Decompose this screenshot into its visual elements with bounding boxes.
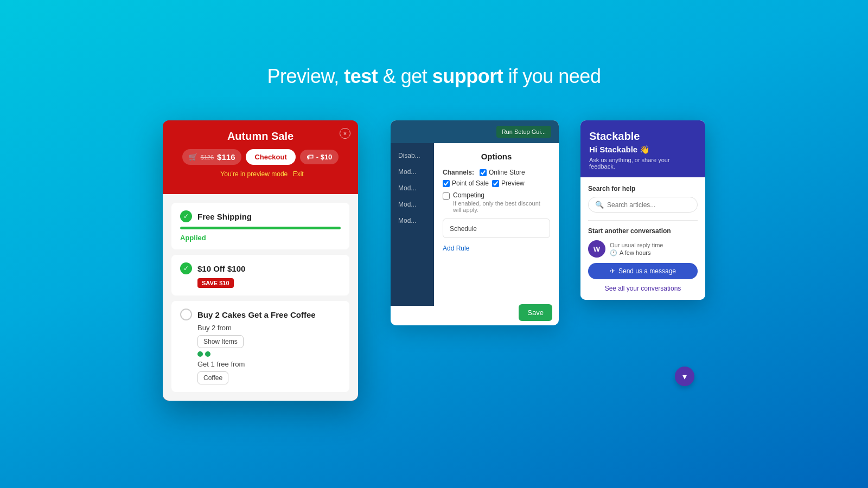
- start-convo-label: Start another conversation: [588, 227, 698, 235]
- options-title: Options: [443, 152, 550, 161]
- send-message-button[interactable]: ✈ Send us a message: [588, 263, 698, 279]
- header-support: support: [432, 65, 503, 87]
- deal-subtitle-buy2: Buy 2 from: [197, 324, 341, 332]
- chat-chevron-button[interactable]: ▾: [675, 367, 694, 386]
- right-panel: Run Setup Gui... Disab... Mod... Mod... …: [391, 120, 705, 397]
- options-panel-header: Run Setup Gui...: [391, 120, 559, 143]
- reply-time: 🕐 A few hours: [610, 249, 663, 256]
- convo-row: W Our usual reply time 🕐 A few hours: [588, 240, 698, 258]
- competing-row: Competing If enabled, only the best disc…: [443, 191, 550, 213]
- sidebar-item-4[interactable]: Mod...: [391, 213, 434, 229]
- channel-preview[interactable]: Preview: [492, 179, 525, 187]
- chevron-down-icon: ▾: [682, 371, 687, 382]
- cart-icon: 🛒: [189, 153, 197, 161]
- page-header: Preview, test & get support if you need: [267, 33, 601, 88]
- channels-label: Channels:: [443, 169, 474, 176]
- chat-subtext: Ask us anything, or share your feedback.: [589, 157, 697, 170]
- channels-row: Channels: Online Store Point of Sale Pre…: [443, 169, 550, 187]
- chat-panel: Stackable Hi Stackable 👋 Ask us anything…: [580, 120, 705, 300]
- shipping-progress-bar: [180, 227, 341, 229]
- schedule-section: Schedule: [443, 219, 550, 238]
- sidebar-item-1[interactable]: Mod...: [391, 164, 434, 180]
- discount-icon: 🏷: [307, 153, 314, 161]
- price-new: $116: [217, 152, 235, 162]
- header-if: if you need: [508, 65, 601, 87]
- autumn-header: Autumn Sale × 🛒 $126 $116 Checkout 🏷 - $…: [163, 120, 358, 194]
- header-test: test: [344, 65, 378, 87]
- deal-ten-off: ✓ $10 Off $100 SAVE $10: [171, 255, 349, 296]
- channel-online-store-label: Online Store: [489, 169, 525, 176]
- channel-pos-label: Point of Sale: [452, 179, 489, 187]
- search-input-wrap: 🔍: [588, 197, 698, 213]
- channel-preview-checkbox[interactable]: [492, 180, 499, 187]
- chat-header: Stackable Hi Stackable 👋 Ask us anything…: [580, 120, 705, 177]
- get-free-text: Get 1 free from: [197, 360, 341, 368]
- shipping-applied-text: Applied: [180, 234, 341, 242]
- competing-label: Competing: [453, 191, 550, 199]
- reply-info: Our usual reply time: [610, 242, 663, 248]
- save-button[interactable]: Save: [519, 304, 552, 321]
- cart-badge: 🛒 $126 $116: [182, 149, 242, 165]
- main-content: Autumn Sale × 🛒 $126 $116 Checkout 🏷 - $…: [163, 120, 705, 401]
- chat-brand: Stackable: [589, 130, 697, 143]
- channel-pos-checkbox[interactable]: [443, 180, 450, 187]
- deal-buy2-cakes: Buy 2 Cakes Get a Free Coffee Buy 2 from…: [171, 301, 349, 392]
- avatar: W: [588, 240, 605, 258]
- channel-preview-label: Preview: [501, 179, 525, 187]
- chat-greeting: Hi Stackable 👋: [589, 145, 697, 155]
- header-and: & get: [383, 65, 427, 87]
- sidebar-item-0[interactable]: Disab...: [391, 147, 434, 164]
- schedule-label: Schedule: [450, 225, 477, 233]
- channel-pos[interactable]: Point of Sale: [443, 179, 489, 187]
- search-help-label: Search for help: [588, 185, 698, 192]
- dot-2: [205, 351, 210, 357]
- sidebar-item-2[interactable]: Mod...: [391, 180, 434, 196]
- channel-online-store[interactable]: Online Store: [480, 169, 525, 176]
- competing-checkbox[interactable]: [443, 192, 450, 200]
- deal-dots: [197, 351, 341, 357]
- coffee-tag-button[interactable]: Coffee: [197, 371, 228, 384]
- chat-body: Search for help 🔍 Start another conversa…: [580, 177, 705, 300]
- deal-title-tenoff: $10 Off $100: [197, 264, 245, 273]
- autumn-body: ✓ Free Shipping Applied ✓ $10 Off $100 S…: [163, 194, 358, 401]
- options-panel: Run Setup Gui... Disab... Mod... Mod... …: [391, 120, 559, 325]
- autumn-title: Autumn Sale: [174, 130, 347, 143]
- autumn-controls: 🛒 $126 $116 Checkout 🏷 - $10: [174, 149, 347, 165]
- circle-icon-cakes: [180, 309, 192, 320]
- header-preview: Preview,: [267, 65, 339, 87]
- options-sidebar: Disab... Mod... Mod... Mod... Mod...: [391, 143, 434, 306]
- run-setup-button[interactable]: Run Setup Gui...: [496, 126, 551, 138]
- sidebar-item-3[interactable]: Mod...: [391, 196, 434, 213]
- exit-link[interactable]: Exit: [293, 170, 304, 178]
- check-icon-tenoff: ✓: [180, 262, 192, 274]
- save-badge: SAVE $10: [197, 278, 234, 288]
- check-icon-shipping: ✓: [180, 210, 192, 222]
- shipping-progress-fill: [180, 227, 341, 229]
- clock-icon: 🕐: [610, 249, 617, 256]
- checkout-button[interactable]: Checkout: [246, 149, 295, 165]
- price-old: $126: [201, 154, 214, 160]
- discount-value: - $10: [316, 153, 333, 161]
- dot-1: [197, 351, 203, 357]
- autumn-close-button[interactable]: ×: [340, 128, 350, 139]
- send-message-label: Send us a message: [618, 267, 676, 275]
- options-body: Options Channels: Online Store Point of …: [434, 143, 559, 306]
- divider-line: [588, 220, 698, 221]
- preview-mode-text: You're in preview mode Exit: [174, 170, 347, 185]
- search-input[interactable]: [607, 201, 691, 209]
- deal-title-shipping: Free Shipping: [197, 212, 252, 221]
- autumn-sale-panel: Autumn Sale × 🛒 $126 $116 Checkout 🏷 - $…: [163, 120, 358, 401]
- deal-free-shipping: ✓ Free Shipping Applied: [171, 203, 349, 249]
- show-items-button[interactable]: Show Items: [197, 335, 244, 348]
- competing-desc: If enabled, only the best discount will …: [453, 200, 550, 213]
- see-conversations-link[interactable]: See all your conversations: [588, 285, 698, 292]
- send-icon: ✈: [610, 267, 615, 275]
- channel-online-store-checkbox[interactable]: [480, 169, 487, 176]
- add-rule-link[interactable]: Add Rule: [443, 245, 550, 252]
- discount-badge: 🏷 - $10: [300, 150, 339, 164]
- deal-title-cakes: Buy 2 Cakes Get a Free Coffee: [197, 310, 316, 319]
- search-icon: 🔍: [595, 201, 604, 209]
